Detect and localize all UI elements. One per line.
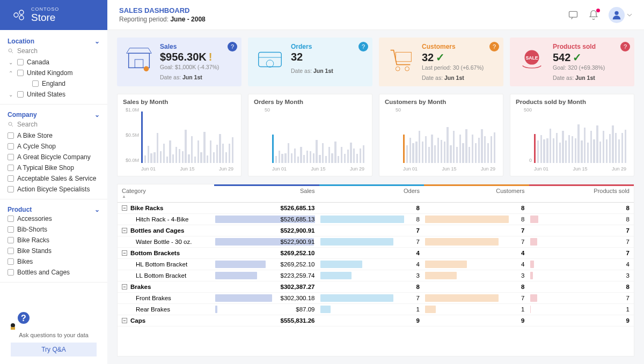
- svg-rect-18: [396, 52, 411, 61]
- product-item[interactable]: Bike Racks: [8, 235, 100, 246]
- svg-rect-3: [569, 11, 577, 17]
- qa-text: Ask questions to your data: [5, 332, 102, 338]
- chart-0[interactable]: Sales by Month $1.0M$0.5M$0.0MJun 01Jun …: [117, 94, 241, 176]
- svg-point-1: [19, 10, 24, 14]
- table-row[interactable]: Hitch Rack - 4-Bike$526,685.13888: [118, 214, 634, 225]
- kpi-icon: [254, 43, 286, 74]
- table-header[interactable]: Category▲: [118, 184, 214, 202]
- search-icon: [8, 121, 14, 128]
- company-item[interactable]: Acceptable Sales & Service: [8, 173, 100, 184]
- kpi-card-orders[interactable]: ? Orders 32 Date as: Jun 1st: [248, 38, 372, 86]
- svg-point-6: [9, 122, 12, 125]
- table-row[interactable]: −Caps$555,831.26999: [118, 315, 634, 326]
- kpi-icon: [123, 43, 155, 74]
- svg-point-17: [405, 66, 409, 71]
- table-row[interactable]: Water Bottle - 30 oz.$522,900.91777: [118, 236, 634, 248]
- collapse-icon[interactable]: −: [122, 284, 127, 289]
- brand-name: Store: [31, 12, 55, 23]
- table-row[interactable]: Front Brakes$302,300.18777: [118, 293, 634, 304]
- location-panel-header[interactable]: Location⌄: [8, 38, 100, 45]
- kpi-value: 32: [291, 51, 333, 63]
- product-panel-header[interactable]: Product⌄: [8, 206, 100, 213]
- kpi-sub: Goal: $1,000K (-4.37%): [160, 64, 219, 70]
- product-item[interactable]: Accessories: [8, 213, 100, 224]
- kpi-value: $956.30K!: [160, 51, 219, 63]
- period-value: June - 2008: [170, 16, 205, 23]
- location-item[interactable]: ⌄United States: [8, 89, 100, 100]
- kpi-card-products-sold[interactable]: ? SALE Products sold 542✓ Goal: 320 (+69…: [510, 38, 634, 86]
- chart-title: Sales by Month: [123, 99, 236, 105]
- table-header[interactable]: Oders: [319, 184, 425, 202]
- kpi-label: Customers: [422, 43, 484, 50]
- collapse-icon[interactable]: −: [122, 318, 127, 323]
- location-item[interactable]: ⌄Canada: [8, 57, 100, 68]
- kpi-date: Date as: Jun 1st: [291, 68, 333, 74]
- location-item[interactable]: England: [8, 78, 100, 89]
- bell-icon[interactable]: [588, 10, 599, 20]
- svg-point-13: [144, 66, 149, 72]
- info-icon[interactable]: ?: [228, 42, 237, 51]
- kpi-label: Products sold: [553, 43, 605, 50]
- product-item[interactable]: Bike Stands: [8, 246, 100, 256]
- table-header[interactable]: Sales: [214, 184, 319, 202]
- collapse-icon[interactable]: −: [122, 228, 127, 233]
- table-header[interactable]: Customers: [424, 184, 529, 202]
- svg-point-9: [11, 323, 15, 328]
- company-item[interactable]: A Great Bicycle Company: [8, 152, 100, 162]
- info-icon[interactable]: ?: [489, 42, 499, 51]
- table-row[interactable]: −Brakes$302,387.27888: [118, 281, 634, 293]
- period-label: Reporting period:: [119, 16, 169, 23]
- svg-rect-11: [129, 53, 150, 68]
- table-row[interactable]: HL Bottom Bracket$269,252.10444: [118, 259, 634, 270]
- company-item[interactable]: Action Bicycle Specialists: [8, 184, 100, 195]
- product-item[interactable]: Bikes: [8, 256, 100, 267]
- company-item[interactable]: A Cycle Shop: [8, 141, 100, 152]
- info-icon[interactable]: ?: [620, 42, 630, 51]
- kpi-sub: Goal: 320 (+69.38%): [553, 64, 605, 71]
- chart-1[interactable]: Orders by Month 50Jun 01Jun 15Jun 29: [248, 94, 372, 176]
- svg-rect-10: [11, 327, 15, 330]
- table-header[interactable]: Products sold: [529, 184, 634, 202]
- chart-3[interactable]: Products sold by Month 5000Jun 01Jun 15J…: [510, 94, 634, 176]
- chevron-down-icon: ⌄: [94, 206, 100, 213]
- svg-point-2: [19, 16, 24, 20]
- info-icon[interactable]: ?: [358, 42, 368, 51]
- company-search[interactable]: Search: [8, 121, 100, 128]
- table-row[interactable]: Rear Brakes$87.09111: [118, 304, 634, 315]
- kpi-label: Orders: [291, 43, 333, 50]
- user-avatar[interactable]: [609, 7, 632, 23]
- location-item[interactable]: ⌃United Kingdom: [8, 68, 100, 78]
- page-title: SALES DASHBOARD: [119, 6, 206, 14]
- chart-title: Customers by Month: [385, 99, 497, 105]
- company-panel-header[interactable]: Company⌄: [8, 111, 100, 118]
- company-item[interactable]: A Bike Store: [8, 130, 100, 141]
- product-item[interactable]: Bottles and Cages: [8, 267, 100, 278]
- kpi-value: 542✓: [553, 51, 605, 64]
- svg-text:SALE: SALE: [525, 55, 538, 61]
- collapse-icon[interactable]: −: [122, 250, 127, 256]
- product-item[interactable]: Bib-Shorts: [8, 224, 100, 235]
- chevron-down-icon: ⌄: [94, 111, 100, 118]
- kpi-sub: Last period: 30 (+6.67%): [422, 64, 484, 71]
- location-search[interactable]: Search: [8, 47, 100, 55]
- collapse-icon[interactable]: −: [122, 205, 127, 211]
- kpi-card-customers[interactable]: ? Customers 32✓ Last period: 30 (+6.67%)…: [379, 38, 503, 86]
- brand-logo: CONTOSOStore: [0, 0, 107, 30]
- chevron-down-icon: ⌄: [94, 38, 100, 45]
- try-qa-button[interactable]: Try Q&A: [11, 343, 97, 356]
- kpi-icon: [385, 43, 416, 74]
- qa-illustration: ?: [5, 310, 32, 330]
- kpi-card-sales[interactable]: ? Sales $956.30K! Goal: $1,000K (-4.37%)…: [117, 38, 241, 86]
- table-row[interactable]: −Bottles and Cages$522,900.91777: [118, 225, 634, 236]
- company-item[interactable]: A Typical Bike Shop: [8, 162, 100, 173]
- svg-text:?: ?: [21, 314, 26, 323]
- table-row[interactable]: LL Bottom Bracket$223,259.74333: [118, 270, 634, 281]
- table-row[interactable]: −Bottom Brackets$269,252.10447: [118, 248, 634, 259]
- chat-icon[interactable]: [568, 10, 579, 20]
- chart-title: Products sold by Month: [516, 99, 628, 105]
- table-row[interactable]: −Bike Racks$526,685.13888: [118, 203, 634, 214]
- svg-point-4: [614, 11, 618, 14]
- svg-point-15: [266, 60, 274, 68]
- chart-2[interactable]: Customers by Month 50Jun 01Jun 15Jun 29: [379, 94, 503, 176]
- svg-rect-12: [135, 60, 143, 68]
